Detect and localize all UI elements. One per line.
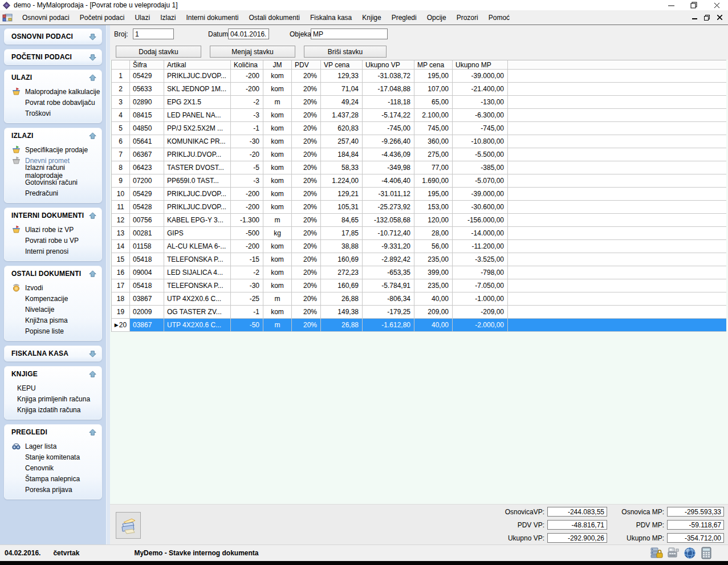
grid-cell[interactable]: -11.200,00 — [453, 240, 508, 253]
grid-cell[interactable]: -5.784,91 — [363, 279, 414, 292]
grid-cell[interactable]: 20% — [292, 319, 321, 331]
grid-cell[interactable]: -200 — [231, 83, 263, 95]
broj-input[interactable] — [133, 29, 174, 39]
grid-cell[interactable]: 195,00 — [414, 70, 453, 82]
grid-cell[interactable]: 12 — [112, 214, 130, 226]
grid-cell[interactable]: 00756 — [130, 214, 164, 226]
sidebar-item-lager-lista[interactable]: Lager lista — [5, 441, 101, 452]
grid-cell[interactable]: 05633 — [130, 83, 164, 95]
grid-cell[interactable]: -745,00 — [453, 122, 508, 135]
collapse-arrow-icon[interactable] — [88, 212, 97, 220]
sidebar-item-popisne-liste[interactable]: Popisne liste — [5, 326, 101, 336]
grid-cell[interactable]: 7 — [112, 148, 130, 161]
grid-cell[interactable]: -5 — [231, 161, 263, 174]
grid-cell[interactable]: -2 — [231, 96, 263, 108]
grid-cell[interactable]: kom — [263, 253, 292, 266]
grid-cell[interactable]: 107,00 — [414, 83, 453, 95]
window-minimize-button[interactable] — [660, 0, 682, 10]
grid-cell[interactable]: -30 — [231, 279, 263, 292]
grid-cell[interactable]: KOMUNIKAC PR... — [164, 135, 231, 148]
grid-cell[interactable]: 17 — [112, 279, 130, 292]
grid-cell[interactable]: kom — [263, 161, 292, 174]
grid-cell[interactable]: 20% — [292, 70, 321, 82]
grid-cell[interactable]: AL-CU KLEMA 6-... — [164, 240, 231, 253]
grid-cell[interactable]: -1 — [231, 122, 263, 135]
grid-cell[interactable]: 18 — [112, 292, 130, 305]
grid-cell[interactable]: -2.892,42 — [363, 253, 414, 266]
grid-cell[interactable]: kom — [263, 266, 292, 279]
grid-row[interactable]: 605641KOMUNIKAC PR...-30kom20%257,40-9.2… — [112, 135, 726, 148]
grid-cell[interactable]: 257,40 — [321, 135, 363, 148]
collapse-arrow-icon[interactable] — [88, 270, 97, 278]
sidebar-item-specifikacije-prodaje[interactable]: Specifikacije prodaje — [5, 144, 101, 155]
sidebar-item-cenovnik[interactable]: Cenovnik — [5, 462, 101, 473]
grid-cell[interactable]: 05641 — [130, 135, 164, 148]
grid-cell[interactable]: 05428 — [130, 201, 164, 213]
grid-row[interactable]: 408415LED PANEL NA...-3kom20%1.437,28-5.… — [112, 109, 726, 122]
grid-row[interactable]: 706367PRIKLJU.DVOP...-20kom20%184,84-4.4… — [112, 148, 726, 161]
grid-cell[interactable]: -200 — [231, 201, 263, 213]
grid-cell[interactable]: m — [263, 292, 292, 305]
grid-cell[interactable]: 235,00 — [414, 279, 453, 292]
grid-cell[interactable]: 08415 — [130, 109, 164, 121]
grid-cell[interactable]: SKL JEDNOP 1M... — [164, 83, 231, 95]
grid-cell[interactable]: 160,69 — [321, 279, 363, 292]
grid-row[interactable]: 1200756KABEL EPG-Y 3...-1.300m20%84,65-1… — [112, 214, 726, 227]
grid-cell[interactable]: -50 — [231, 319, 263, 331]
sidebar-item-tro-kovi[interactable]: Troškovi — [5, 108, 101, 119]
grid-cell[interactable]: kom — [263, 306, 292, 318]
menu-prozori[interactable]: Prozori — [452, 11, 483, 24]
grid-cell[interactable]: UTP 4X2X0.6 C... — [164, 319, 231, 331]
grid-cell[interactable]: 20% — [292, 83, 321, 95]
grid-cell[interactable]: 06367 — [130, 148, 164, 161]
grid-cell[interactable]: 10 — [112, 188, 130, 200]
grid-cell[interactable]: 9 — [112, 174, 130, 187]
grid-cell[interactable]: 05429 — [130, 188, 164, 200]
sidebar-section-header[interactable]: FISKALNA KASA — [5, 346, 101, 361]
grid-row[interactable]: 205633SKL JEDNOP 1M...-200kom20%71,04-17… — [112, 83, 726, 96]
grid-cell[interactable]: 1.224,00 — [321, 174, 363, 187]
grid-cell[interactable]: -1.612,80 — [363, 319, 414, 331]
grid-cell[interactable]: 04850 — [130, 122, 164, 135]
menu-po-etni-podaci[interactable]: Početni podaci — [75, 11, 130, 24]
grid-cell[interactable]: 20% — [292, 227, 321, 239]
grid-cell[interactable]: 58,33 — [321, 161, 363, 174]
sidebar-section-header[interactable]: OSTALI DOKUMENTI — [5, 266, 101, 281]
grid-cell[interactable]: kom — [263, 240, 292, 253]
collapse-arrow-icon[interactable] — [88, 132, 97, 140]
grid-cell[interactable]: 153,00 — [414, 201, 453, 213]
grid-cell[interactable]: 160,69 — [321, 253, 363, 266]
grid-cell[interactable]: 40,00 — [414, 319, 453, 331]
grid-cell[interactable]: TASTER DVOST... — [164, 161, 231, 174]
sidebar-item-knjiga-primljenih-ra-una[interactable]: Knjiga primljenih računa — [5, 393, 101, 404]
grid-cell[interactable]: -653,35 — [363, 266, 414, 279]
grid-cell[interactable]: 209,00 — [414, 306, 453, 318]
server-lock-icon[interactable] — [650, 546, 664, 560]
grid-row[interactable]: 1300281GIPS-500kg20%17,85-10.712,4028,00… — [112, 227, 726, 240]
grid-cell[interactable]: 20% — [292, 306, 321, 318]
grid-cell[interactable]: 38,88 — [321, 240, 363, 253]
grid-cell[interactable]: PRIKLJUC.DVOP... — [164, 188, 231, 200]
datum-input[interactable] — [228, 29, 269, 39]
grid-cell[interactable]: -156.000,00 — [453, 214, 508, 226]
grid-cell[interactable]: 20% — [292, 109, 321, 121]
grid-cell[interactable]: 20% — [292, 161, 321, 174]
sidebar-item-knji-na-pisma[interactable]: Knjižna pisma — [5, 315, 101, 326]
sidebar-section-header[interactable]: PREGLEDI — [5, 425, 101, 440]
grid-cell[interactable]: 184,84 — [321, 148, 363, 161]
grid-row[interactable]: 907200PP659I.0 TAST...-3kom20%1.224,00-4… — [112, 174, 726, 188]
grid-cell[interactable]: 20% — [292, 253, 321, 266]
grid-cell[interactable]: -3 — [231, 174, 263, 187]
grid-cell[interactable]: -200 — [231, 188, 263, 200]
menu-izlazi[interactable]: Izlazi — [155, 11, 181, 24]
grid-cell[interactable]: 00281 — [130, 227, 164, 239]
grid-cell[interactable]: -200 — [231, 240, 263, 253]
grid-row[interactable]: 1401158AL-CU KLEMA 6-...-200kom20%38,88-… — [112, 240, 726, 253]
grid-cell[interactable]: -31.038,72 — [363, 70, 414, 82]
grid-cell[interactable]: -4.436,09 — [363, 148, 414, 161]
menu-pregledi[interactable]: Pregledi — [387, 11, 422, 24]
grid-cell[interactable]: EPG 2X1.5 — [164, 96, 231, 108]
grid-cell[interactable]: -25.273,92 — [363, 201, 414, 213]
collapse-arrow-icon[interactable] — [88, 370, 97, 379]
grid-cell[interactable]: kom — [263, 70, 292, 82]
